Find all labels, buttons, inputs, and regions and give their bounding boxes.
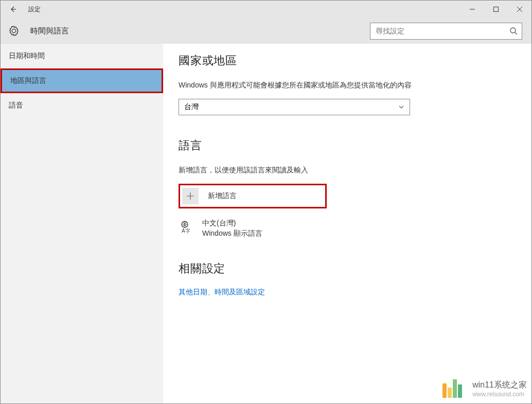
minimize-button[interactable] [460,1,484,18]
close-icon [517,7,522,12]
titlebar: 設定 [1,1,531,18]
language-globe-icon: A字 [180,220,194,234]
region-description: Windows 與應用程式可能會根據您所在國家或地區為您提供當地化的內容 [179,80,415,91]
add-language-label: 新增語言 [208,191,237,201]
sidebar-item-region-language[interactable]: 地區與語言 [1,68,163,93]
minimize-icon [470,7,475,12]
gear-icon [8,25,20,37]
body: 日期和時間 地區與語言 語音 國家或地區 Windows 與應用程式可能會根據您… [1,44,531,403]
header: 時間與語言 [1,18,531,44]
region-heading: 國家或地區 [179,53,516,68]
sidebar-item-label: 日期和時間 [9,51,45,61]
maximize-icon [493,7,499,12]
search-icon [509,27,518,35]
watermark-sub: www.relsound.com [472,391,524,398]
svg-point-1 [510,28,516,33]
search-input[interactable] [376,27,509,35]
sidebar-item-label: 地區與語言 [10,76,46,85]
page-title: 時間與語言 [30,26,69,36]
settings-gear-icon[interactable] [7,24,21,38]
sidebar-item-label: 語音 [9,101,23,110]
svg-text:A字: A字 [182,228,190,234]
plus-icon [186,191,195,201]
sidebar: 日期和時間 地區與語言 語音 [1,44,163,403]
back-arrow-icon [9,5,17,13]
content: 國家或地區 Windows 與應用程式可能會根據您所在國家或地區為您提供當地化的… [163,44,531,403]
language-subtitle: Windows 顯示語言 [202,229,262,238]
sidebar-item-date-time[interactable]: 日期和時間 [1,44,163,68]
language-description: 新增語言，以便使用該語言來閱讀及輸入 [179,165,415,175]
watermark: win11系统之家 www.relsound.com [442,379,527,398]
add-language-button[interactable]: 新增語言 [179,184,327,208]
watermark-main: win11系统之家 [472,380,527,391]
back-button[interactable] [7,3,19,15]
close-button[interactable] [508,1,531,18]
region-dropdown[interactable]: 台灣 [179,99,410,115]
language-name: 中文(台灣) [202,219,262,228]
region-dropdown-value: 台灣 [184,102,199,112]
watermark-logo-icon [442,379,467,398]
search-box[interactable] [370,23,522,40]
svg-rect-0 [494,7,499,12]
window-title: 設定 [28,5,41,14]
settings-window: 設定 時間與語言 [0,0,532,404]
sidebar-item-speech[interactable]: 語音 [1,93,163,118]
plus-icon-box [182,188,199,204]
related-link[interactable]: 其他日期、時間及區域設定 [179,288,516,297]
maximize-button[interactable] [484,1,508,18]
language-item-icon: A字 [179,219,195,235]
language-heading: 語言 [179,138,516,153]
language-item[interactable]: A字 中文(台灣) Windows 顯示語言 [179,219,516,238]
related-heading: 相關設定 [179,261,516,276]
chevron-down-icon [398,104,404,110]
